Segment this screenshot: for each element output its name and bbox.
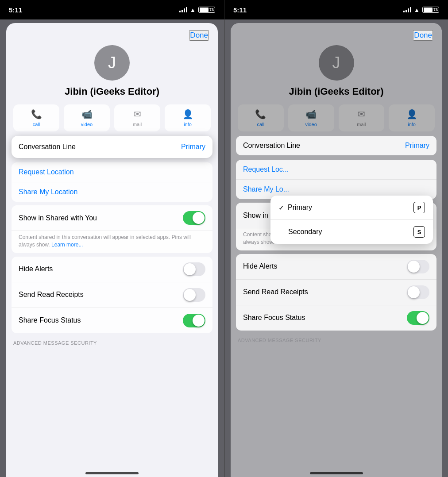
left-alerts-group: Hide Alerts Send Read Receipts Share Foc… — [12, 257, 212, 333]
left-location-group: Request Location Share My Location — [12, 162, 212, 202]
left-content-area: Done J Jibin (iGeeks Editor) 📞 call 📹 vi… — [0, 19, 224, 477]
left-call-btn[interactable]: 📞 call — [13, 104, 59, 131]
battery-indicator: 73 — [198, 7, 215, 13]
right-share-focus-toggle[interactable] — [407, 311, 429, 325]
right-conversation-line-label: Conversation Line — [243, 142, 300, 150]
left-request-location-row[interactable]: Request Location — [12, 162, 212, 182]
right-location-group: Request Loc... Share My Lo... — [236, 160, 436, 199]
left-status-bar: 5:11 ▲ 73 — [0, 0, 224, 19]
left-share-focus-row: Share Focus Status — [12, 308, 212, 333]
left-send-receipts-toggle[interactable] — [183, 288, 205, 302]
right-conversation-line-container: Conversation Line Primary — [236, 136, 436, 155]
left-learn-more-link[interactable]: Learn more... — [51, 242, 83, 248]
wifi-icon: ▲ — [190, 7, 196, 13]
right-hide-alerts-row: Hide Alerts — [236, 254, 436, 280]
signal-icon — [179, 7, 187, 12]
left-conversation-line-container: Conversation Line Primary — [12, 136, 212, 158]
left-avatar-section: J Jibin (iGeeks Editor) — [6, 23, 218, 97]
left-avatar: J — [94, 45, 130, 81]
info-label: info — [184, 122, 192, 127]
right-signal-icon — [403, 7, 411, 12]
checkmark-icon: ✓ — [278, 204, 284, 212]
left-share-location-row[interactable]: Share My Location — [12, 182, 212, 202]
right-hide-alerts-label: Hide Alerts — [243, 262, 277, 270]
right-advanced-label: ADVANCED MESSAGE SECURITY — [231, 333, 442, 345]
call-icon: 📞 — [31, 109, 42, 119]
left-time: 5:11 — [9, 6, 22, 14]
left-info-btn[interactable]: 👤 info — [165, 104, 211, 131]
left-conversation-line-row[interactable]: Conversation Line Primary — [12, 136, 212, 158]
left-hide-alerts-row: Hide Alerts — [12, 257, 212, 282]
left-share-focus-label: Share Focus Status — [19, 316, 81, 324]
right-share-focus-row: Share Focus Status — [236, 305, 436, 331]
left-hide-alerts-label: Hide Alerts — [19, 265, 53, 273]
right-status-icons: ▲ 73 — [403, 7, 439, 13]
left-conversation-line-value: Primary — [181, 143, 205, 151]
right-panel: 5:11 ▲ 73 Done J Jibin (iGeeks Editor) — [224, 0, 448, 477]
mail-icon: ✉ — [134, 109, 141, 119]
left-send-receipts-label: Send Read Receipts — [19, 291, 84, 299]
left-video-btn[interactable]: 📹 video — [64, 104, 110, 131]
right-send-receipts-row: Send Read Receipts — [236, 280, 436, 305]
video-icon: 📹 — [81, 109, 93, 119]
mail-label: mail — [133, 122, 142, 127]
left-show-shared-toggle[interactable] — [183, 211, 205, 225]
right-status-bar: 5:11 ▲ 73 — [224, 0, 448, 19]
left-done-button[interactable]: Done — [189, 30, 209, 41]
right-content-area: Done J Jibin (iGeeks Editor) 📞 call 📹 vi… — [224, 19, 448, 477]
right-dropdown-popup: ✓ Primary P Secondary S — [270, 196, 433, 244]
right-dropdown-secondary-label: Secondary — [288, 228, 322, 236]
left-share-location-label: Share My Location — [19, 188, 77, 196]
right-request-location-row[interactable]: Request Loc... — [236, 160, 436, 180]
left-contact-name: Jibin (iGeeks Editor) — [65, 86, 159, 97]
left-send-receipts-row: Send Read Receipts — [12, 282, 212, 308]
right-battery-indicator: 73 — [422, 7, 439, 13]
left-advanced-label: ADVANCED MESSAGE SECURITY — [6, 336, 218, 347]
right-dropdown-primary-badge: P — [413, 202, 425, 213]
right-dropdown-secondary-badge: S — [413, 226, 425, 238]
right-wifi-icon: ▲ — [414, 7, 420, 13]
right-phone-screen: Done J Jibin (iGeeks Editor) 📞 call 📹 vi… — [231, 23, 442, 477]
left-hide-alerts-toggle[interactable] — [183, 262, 205, 276]
left-mail-btn[interactable]: ✉ mail — [114, 104, 160, 131]
right-time: 5:11 — [233, 6, 247, 14]
call-label: call — [33, 122, 40, 127]
right-conversation-line-row[interactable]: Conversation Line Primary — [236, 136, 436, 155]
left-phone-screen: Done J Jibin (iGeeks Editor) 📞 call 📹 vi… — [6, 23, 218, 477]
right-dropdown-primary-label: Primary — [288, 204, 312, 212]
video-label: video — [81, 122, 93, 127]
right-conversation-line-value: Primary — [405, 142, 429, 150]
left-shared-subtext: Content shared in this conversation will… — [12, 231, 212, 253]
info-icon: 👤 — [182, 109, 193, 119]
left-show-shared-label: Show in Shared with You — [19, 214, 97, 222]
right-hide-alerts-toggle[interactable] — [407, 260, 429, 273]
left-shared-group: Show in Shared with You Content shared i… — [12, 205, 212, 253]
right-alerts-group: Hide Alerts Send Read Receipts Share Foc… — [236, 254, 436, 331]
left-home-indicator — [85, 472, 139, 474]
left-show-shared-row: Show in Shared with You — [12, 205, 212, 231]
right-share-location-label: Share My Lo... — [243, 185, 289, 193]
right-request-location-label: Request Loc... — [243, 165, 289, 173]
right-send-receipts-label: Send Read Receipts — [243, 288, 308, 296]
left-share-focus-toggle[interactable] — [183, 314, 205, 327]
right-dropdown-primary[interactable]: ✓ Primary P — [270, 196, 433, 220]
left-request-location-label: Request Location — [19, 168, 74, 176]
left-conversation-line-label: Conversation Line — [19, 143, 76, 151]
left-action-row: 📞 call 📹 video ✉ mail 👤 info — [6, 104, 218, 131]
left-panel: 5:11 ▲ 73 Done J Jibin (iGeeks Editor) — [0, 0, 224, 477]
right-dropdown-secondary[interactable]: Secondary S — [270, 220, 433, 244]
left-status-icons: ▲ 73 — [179, 7, 215, 13]
right-share-focus-label: Share Focus Status — [243, 314, 305, 322]
right-done-button[interactable]: Done — [413, 30, 433, 41]
right-send-receipts-toggle[interactable] — [407, 285, 429, 299]
